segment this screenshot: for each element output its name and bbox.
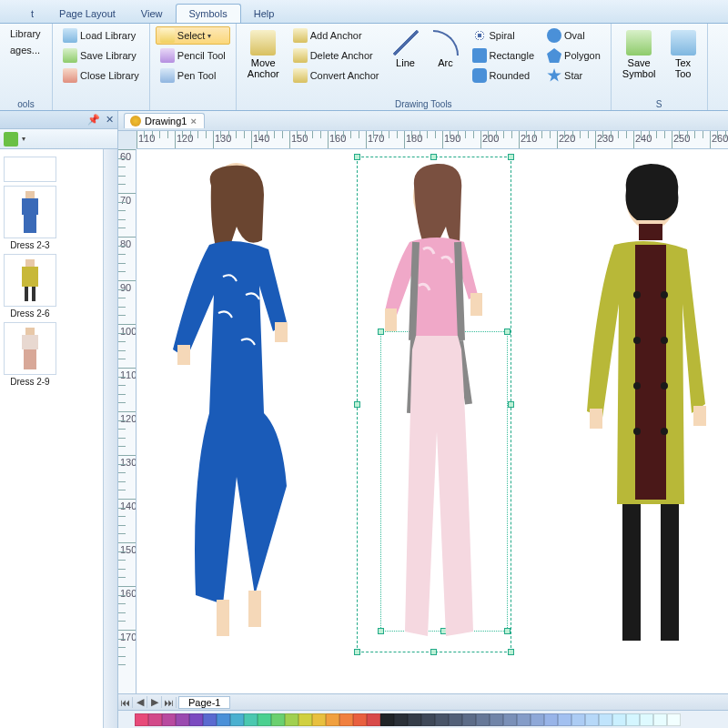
- lib-item-dress-2-9[interactable]: Dress 2-9: [4, 322, 56, 387]
- star-button[interactable]: Star: [542, 66, 605, 85]
- convert-anchor-button[interactable]: Convert Anchor: [288, 66, 384, 85]
- color-swatch[interactable]: [653, 713, 667, 726]
- color-swatch[interactable]: [667, 713, 681, 726]
- color-swatch[interactable]: [339, 713, 353, 726]
- color-swatch[interactable]: [203, 713, 217, 726]
- lib-item-dress-2-6[interactable]: Dress 2-6: [4, 254, 56, 318]
- color-swatch[interactable]: [599, 713, 612, 726]
- page-tab-1[interactable]: Page-1: [178, 696, 230, 709]
- delete-anchor-button[interactable]: Delete Anchor: [288, 46, 384, 65]
- select-tool-button[interactable]: Select▾: [156, 26, 230, 45]
- color-swatch[interactable]: [271, 713, 285, 726]
- color-swatch[interactable]: [449, 713, 462, 726]
- color-swatch[interactable]: [148, 713, 162, 726]
- page-last-button[interactable]: ⏭: [162, 697, 177, 708]
- line-tool-button[interactable]: Line: [388, 26, 424, 72]
- color-swatch[interactable]: [394, 713, 408, 726]
- color-swatch[interactable]: [517, 713, 531, 726]
- color-swatch[interactable]: [230, 713, 244, 726]
- polygon-button[interactable]: Polygon: [542, 46, 605, 65]
- color-swatch[interactable]: [585, 713, 599, 726]
- lib-item-dress-2-3[interactable]: Dress 2-3: [4, 186, 56, 250]
- svg-point-26: [661, 382, 668, 389]
- color-swatch[interactable]: [503, 713, 517, 726]
- tab-t[interactable]: t: [18, 5, 46, 23]
- svg-rect-2: [24, 215, 36, 233]
- move-anchor-button[interactable]: Move Anchor: [242, 26, 285, 83]
- tab-page-layout[interactable]: Page Layout: [46, 5, 128, 23]
- page-prev-button[interactable]: ◀: [133, 696, 147, 708]
- color-swatch[interactable]: [476, 713, 490, 726]
- figure-blue-dress[interactable]: [146, 158, 337, 650]
- library-scrollbar[interactable]: [103, 149, 117, 728]
- images-button[interactable]: ages...: [5, 43, 46, 57]
- color-swatch[interactable]: [244, 713, 258, 726]
- load-library-button[interactable]: Load Library: [58, 26, 144, 45]
- color-swatch[interactable]: [435, 713, 449, 726]
- pen-tool-button[interactable]: Pen Tool: [156, 66, 230, 85]
- rectangle-button[interactable]: Rectangle: [468, 46, 540, 65]
- rounded-button[interactable]: Rounded: [468, 66, 540, 85]
- oval-button[interactable]: Oval: [542, 26, 605, 45]
- color-swatch[interactable]: [353, 713, 367, 726]
- svg-rect-31: [661, 504, 679, 641]
- color-swatch[interactable]: [162, 713, 176, 726]
- pin-icon[interactable]: 📌: [87, 114, 100, 126]
- save-symbol-button[interactable]: Save Symbol: [617, 26, 662, 83]
- add-anchor-button[interactable]: Add Anchor: [288, 26, 384, 45]
- tab-symbols[interactable]: Symbols: [176, 4, 241, 23]
- color-swatch[interactable]: [367, 713, 380, 726]
- panel-close-icon[interactable]: ✕: [106, 114, 114, 126]
- svg-rect-3: [25, 259, 35, 267]
- color-swatch[interactable]: [408, 713, 421, 726]
- color-swatch[interactable]: [612, 713, 626, 726]
- color-swatch[interactable]: [380, 713, 394, 726]
- canvas[interactable]: [136, 149, 728, 693]
- color-swatch[interactable]: [462, 713, 476, 726]
- color-swatch[interactable]: [176, 713, 189, 726]
- svg-point-27: [661, 428, 668, 435]
- svg-point-21: [633, 337, 641, 344]
- library-button[interactable]: Library: [5, 26, 46, 41]
- color-swatch[interactable]: [217, 713, 230, 726]
- svg-point-20: [633, 291, 641, 298]
- color-swatch[interactable]: [490, 713, 503, 726]
- text-tool-button[interactable]: Tex Too: [665, 26, 702, 83]
- color-swatch[interactable]: [531, 713, 544, 726]
- page-tabs: ⏮ ◀ ▶ ⏭ Page-1: [118, 693, 728, 710]
- color-swatch[interactable]: [544, 713, 558, 726]
- color-swatch[interactable]: [421, 713, 435, 726]
- svg-rect-9: [24, 349, 36, 369]
- close-tab-icon[interactable]: ×: [190, 116, 196, 126]
- color-swatch[interactable]: [571, 713, 585, 726]
- svg-rect-30: [622, 504, 641, 641]
- plus-icon[interactable]: [4, 132, 18, 147]
- color-swatch[interactable]: [285, 713, 298, 726]
- chevron-down-icon[interactable]: ▾: [22, 135, 25, 143]
- page-next-button[interactable]: ▶: [147, 696, 162, 708]
- figure-olive-coat[interactable]: [546, 158, 728, 650]
- color-swatch[interactable]: [189, 713, 203, 726]
- svg-rect-19: [639, 224, 662, 240]
- color-swatch[interactable]: [326, 713, 339, 726]
- arc-tool-button[interactable]: Arc: [428, 26, 464, 72]
- doc-tab-drawing1[interactable]: Drawing1 ×: [124, 113, 205, 128]
- color-swatch[interactable]: [298, 713, 312, 726]
- tab-help[interactable]: Help: [241, 5, 288, 23]
- color-swatch[interactable]: [135, 713, 148, 726]
- color-swatch[interactable]: [312, 713, 326, 726]
- color-swatch[interactable]: [558, 713, 571, 726]
- figure-pink-outfit[interactable]: [359, 158, 514, 650]
- anchor-icon: [250, 30, 276, 56]
- page-first-button[interactable]: ⏮: [118, 697, 133, 708]
- lib-item-half[interactable]: [4, 157, 56, 182]
- save-library-button[interactable]: Save Library: [58, 46, 144, 65]
- group-label-drawing: Drawing Tools: [242, 98, 605, 110]
- color-swatch[interactable]: [640, 713, 653, 726]
- color-swatch[interactable]: [258, 713, 271, 726]
- color-swatch[interactable]: [626, 713, 640, 726]
- tab-view[interactable]: View: [128, 5, 176, 23]
- spiral-button[interactable]: Spiral: [468, 26, 540, 45]
- pencil-tool-button[interactable]: Pencil Tool: [156, 46, 230, 65]
- close-library-button[interactable]: Close Library: [58, 66, 144, 85]
